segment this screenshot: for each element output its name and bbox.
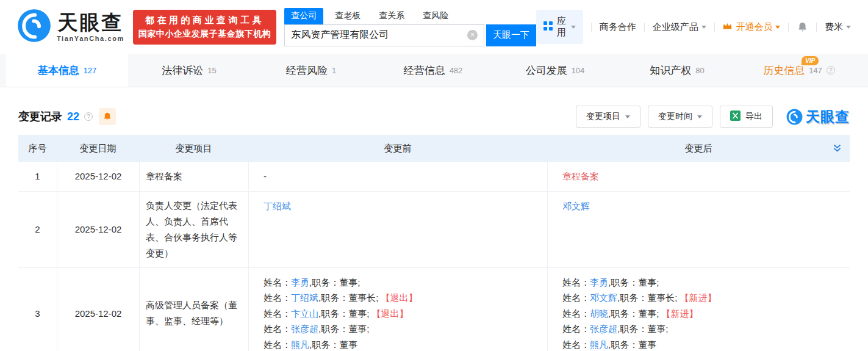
person-link[interactable]: 张彦超 [590, 324, 617, 334]
brand-logo[interactable]: 天眼查 TianYanCha.com [17, 9, 124, 45]
change-item: 章程备案 [139, 162, 248, 191]
search-tab-boss[interactable]: 查老板 [328, 8, 367, 24]
clear-search-icon[interactable]: × [467, 30, 478, 40]
cell-text: - [264, 171, 267, 181]
person-link[interactable]: 熊凡 [590, 339, 608, 350]
export-button[interactable]: 导出 [720, 106, 773, 128]
cell-text: 姓名： [264, 292, 291, 303]
search-tab-risk[interactable]: 查风险 [416, 8, 455, 24]
cell-line: 姓名：邓文辉,职务：董事长; 【新进】 [562, 290, 835, 306]
search-input[interactable] [291, 30, 467, 41]
tab-label: 经营信息 [404, 63, 445, 78]
cell-line: 邓文辉 [562, 198, 835, 214]
chevron-down-icon [571, 26, 576, 31]
cell-text: ,职务：董事长; [617, 292, 680, 303]
table-actions: 变更项目 变更时间 导出 [576, 106, 850, 128]
vip-badge: VIP [802, 56, 819, 65]
search-box: × [284, 24, 484, 46]
tab-基本信息[interactable]: 基本信息127 [6, 54, 128, 87]
search-area: 查公司 查老板 查关系 查风险 × 天眼一下 [284, 8, 536, 46]
export-label: 导出 [745, 111, 762, 122]
person-link[interactable]: 卞立山 [291, 308, 318, 319]
change-after: 姓名：李勇,职务：董事;姓名：邓文辉,职务：董事长; 【新进】姓名：胡晓,职务：… [547, 268, 850, 351]
tab-count: 80 [695, 66, 704, 75]
nav-business-coop[interactable]: 商务合作 [600, 21, 636, 33]
tab-count: 482 [450, 66, 463, 75]
cell-line: 姓名：熊凡,职务：董事 [562, 337, 835, 351]
cell-text: 姓名： [562, 308, 590, 319]
tab-count: 104 [572, 66, 585, 75]
tab-经营风险[interactable]: 经营风险1 [250, 54, 372, 87]
person-link[interactable]: 李勇 [590, 277, 608, 288]
search-tab-relation[interactable]: 查关系 [372, 8, 411, 24]
person-link[interactable]: 张彦超 [291, 324, 318, 334]
person-link[interactable]: 胡晓 [590, 308, 608, 319]
change-date: 2025-12-02 [57, 268, 139, 351]
tab-count: 147 [809, 66, 822, 75]
cell-text: 章程备案 [562, 171, 599, 181]
main-content: 变更记录 22 ? 变更项目 变更时间 [0, 106, 868, 351]
tab-经营信息[interactable]: 经营信息482 [372, 54, 494, 87]
tab-label: 经营风险 [286, 63, 328, 78]
search-tab-company[interactable]: 查公司 [284, 8, 323, 24]
cell-line: 姓名：卞立山,职务：董事; 【退出】 [264, 306, 533, 322]
cell-text: ,职务：董事; [617, 324, 668, 334]
cell-line: 章程备案 [562, 168, 835, 184]
subscribe-bell-button[interactable] [99, 108, 116, 125]
filter-change-time[interactable]: 变更时间 [648, 106, 712, 128]
person-link[interactable]: 熊凡 [291, 339, 309, 350]
change-before: 丁绍斌 [248, 192, 547, 267]
filter-label: 变更项目 [586, 111, 620, 122]
col-header-index: 序号 [18, 143, 57, 154]
change-item-text: 负责人变更（法定代表人、负责人、首席代表、合伙事务执行人等变更） [146, 198, 242, 261]
brand-name: 天眼查 [57, 12, 123, 32]
tab-count: 15 [207, 66, 216, 75]
col-header-date: 变更日期 [57, 143, 139, 154]
collapse-double-chevron-icon[interactable] [833, 143, 842, 155]
cell-text: 姓名： [264, 308, 291, 319]
person-link[interactable]: 丁绍斌 [291, 292, 318, 303]
cell-line: 姓名：熊凡,职务：董事 [264, 337, 533, 351]
cell-text: ,职务：董事 [608, 339, 656, 350]
help-icon[interactable]: ? [84, 112, 93, 121]
nav-enterprise-products[interactable]: 企业级产品 [653, 21, 706, 33]
help-icon[interactable]: ? [827, 66, 835, 74]
cell-text: ,职务：董事; [608, 277, 659, 288]
cell-text: ,职务：董事长; [318, 292, 381, 303]
notifications-bell[interactable] [797, 21, 808, 33]
cell-text: 姓名： [562, 324, 590, 334]
cell-text: ,职务：董事; [608, 308, 662, 319]
cell-line: 姓名：张彦超,职务：董事; [562, 321, 835, 337]
cell-text: 姓名： [562, 339, 590, 350]
search-button[interactable]: 天眼一下 [486, 24, 536, 46]
apps-menu[interactable]: 应用 [536, 10, 583, 44]
col-header-before: 变更前 [248, 143, 547, 154]
watermark-logo: 天眼查 [786, 107, 850, 126]
row-index: 3 [18, 268, 57, 351]
user-menu[interactable]: 费米 [825, 21, 851, 33]
change-after: 邓文辉 [547, 192, 850, 267]
cell-text: ,职务：董事 [309, 339, 357, 350]
person-link[interactable]: 邓文辉 [590, 292, 617, 303]
tab-知识产权[interactable]: 知识产权80 [616, 54, 738, 87]
table-header-row: 序号 变更日期 变更项目 变更前 变更后 [18, 135, 850, 162]
person-link[interactable]: 丁绍斌 [264, 201, 291, 211]
nav-open-vip[interactable]: 开通会员 [722, 21, 780, 33]
tab-公司发展[interactable]: 公司发展104 [494, 54, 616, 87]
section-title: 变更记录 [18, 109, 62, 124]
change-tag: 【新进】 [680, 292, 717, 303]
nav-enterprise-label: 企业级产品 [653, 21, 698, 33]
chevron-down-icon [846, 26, 851, 31]
tab-历史信息[interactable]: 历史信息147?VIP [738, 54, 860, 87]
person-link[interactable]: 邓文辉 [562, 201, 590, 211]
cell-line: 姓名：张彦超,职务：董事; [264, 321, 533, 337]
user-name: 费米 [825, 21, 843, 33]
person-link[interactable]: 李勇 [291, 277, 309, 288]
filter-change-project[interactable]: 变更项目 [576, 106, 640, 128]
tab-法律诉讼[interactable]: 法律诉讼15 [128, 54, 250, 87]
promo-banner: 都在用的商业查询工具 国家中小企业发展子基金旗下机构 [133, 10, 277, 45]
col-header-item: 变更项目 [139, 143, 248, 154]
cell-line: - [264, 168, 533, 184]
divider [788, 23, 789, 32]
tab-label: 知识产权 [650, 63, 691, 78]
